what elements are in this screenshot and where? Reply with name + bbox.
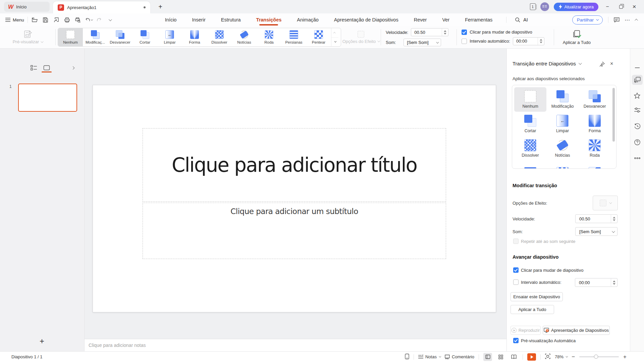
more-options-button[interactable]: ··· xyxy=(625,17,630,22)
account-avatar[interactable] xyxy=(540,2,549,11)
add-slide-button[interactable]: + xyxy=(37,337,47,346)
zoom-in-button[interactable]: + xyxy=(623,354,627,360)
save-button[interactable] xyxy=(41,15,50,24)
panel-item-nenhum[interactable]: Nenhum xyxy=(514,87,546,112)
gallery-scroll-down[interactable] xyxy=(331,38,338,47)
export-button[interactable] xyxy=(52,15,61,24)
collapse-panel-button[interactable] xyxy=(632,63,643,73)
pin-panel-button[interactable] xyxy=(599,61,605,67)
help-button[interactable] xyxy=(632,137,643,147)
notes-button[interactable]: Notas xyxy=(418,354,440,359)
effect-options-select[interactable] xyxy=(593,196,618,210)
transition-panel-button[interactable] xyxy=(632,75,643,85)
toolbar-more-button[interactable] xyxy=(106,15,114,24)
panel-item-limpar[interactable]: Limpar xyxy=(546,112,579,136)
more-panels-button[interactable] xyxy=(632,153,643,163)
gallery-item-limpar[interactable]: Limpar xyxy=(157,28,182,46)
history-panel-button[interactable] xyxy=(632,121,643,131)
gallery-item-roda[interactable]: Roda xyxy=(257,28,281,46)
update-now-button[interactable]: Atualizar agora xyxy=(554,3,598,11)
new-tab-button[interactable]: + xyxy=(156,2,165,11)
tab-ferramentas[interactable]: Ferramentas xyxy=(457,13,500,26)
slide-thumbnail[interactable] xyxy=(18,84,77,112)
panel-item-cortar[interactable]: Cortar xyxy=(514,112,546,136)
slide-view-button[interactable] xyxy=(42,63,51,72)
panel-item-dissolver[interactable]: Dissolver xyxy=(514,136,546,161)
gallery-item-noticias[interactable]: Notícias xyxy=(232,28,257,46)
tab-animacao[interactable]: Animação xyxy=(289,13,326,26)
auto-interval-spinner[interactable] xyxy=(611,278,617,287)
outline-view-button[interactable] xyxy=(30,63,38,72)
reading-view-button[interactable] xyxy=(509,353,518,361)
panel-item-desvanecer[interactable]: Desvanecer xyxy=(579,87,611,112)
tab-apresentacao[interactable]: Apresentação de Diapositivos xyxy=(326,13,406,26)
panel-item-modificacao[interactable]: Modificação xyxy=(546,87,579,112)
close-panel-button[interactable]: × xyxy=(610,61,613,67)
comment-icon[interactable] xyxy=(614,17,620,22)
home-tab[interactable]: W Início xyxy=(4,2,50,12)
zoom-out-button[interactable]: − xyxy=(572,354,575,360)
click-advance-checkbox[interactable] xyxy=(462,30,467,35)
document-tab[interactable]: P Apresentação1 xyxy=(53,1,150,13)
tab-estrutura[interactable]: Estrutura xyxy=(213,13,249,26)
fit-slide-button[interactable] xyxy=(545,354,550,360)
panel-item-persianas-partial[interactable] xyxy=(514,161,546,169)
normal-view-button[interactable] xyxy=(483,353,492,361)
print-button[interactable] xyxy=(63,15,71,24)
speed-spinner[interactable] xyxy=(442,29,448,36)
undo-button[interactable] xyxy=(84,15,93,24)
tab-rever[interactable]: Rever xyxy=(406,13,435,26)
auto-interval-spinner[interactable] xyxy=(538,38,544,45)
gallery-item-cortar[interactable]: Cortar xyxy=(132,28,157,46)
auto-interval-checkbox[interactable] xyxy=(513,279,519,285)
zoom-slider-knob[interactable] xyxy=(594,355,598,359)
tab-transicoes[interactable]: Transições xyxy=(249,13,289,26)
restore-button[interactable] xyxy=(616,2,625,11)
sound-select[interactable]: [Sem Som] xyxy=(575,227,618,236)
auto-preview-checkbox[interactable] xyxy=(513,338,519,343)
zoom-level-control[interactable]: 78% xyxy=(555,354,567,359)
redo-button[interactable] xyxy=(95,15,104,24)
gallery-scroll-up[interactable] xyxy=(331,28,338,38)
gallery-item-dissolver[interactable]: Dissolver xyxy=(207,28,232,46)
slideshow-button[interactable]: Apresentação de Diapositivos xyxy=(543,326,610,335)
collapse-ribbon-button[interactable] xyxy=(635,18,638,22)
slide-canvas[interactable]: Clique para adicionar título Clique para… xyxy=(93,85,496,312)
gallery-scrollbar[interactable] xyxy=(612,88,615,142)
apply-to-all-button[interactable]: Aplicar a Tudo xyxy=(511,305,554,314)
notes-bar[interactable]: Clique para adicionar notas xyxy=(85,339,506,351)
effect-options-button[interactable]: Opções do Efeito xyxy=(341,31,381,44)
panel-item-forma[interactable]: Forma xyxy=(579,112,611,136)
ai-search[interactable]: AI xyxy=(515,17,528,22)
speed-input[interactable]: 00.50 xyxy=(411,28,448,36)
menu-button[interactable]: Menu xyxy=(0,17,28,22)
slideshow-play-button[interactable] xyxy=(527,353,536,361)
minimize-button[interactable]: − xyxy=(603,2,612,11)
title-placeholder[interactable]: Clique para adicionar título xyxy=(143,128,446,202)
preview-button[interactable]: Pré-visualizar xyxy=(0,30,55,44)
effects-panel-button[interactable] xyxy=(632,91,643,101)
print-preview-button[interactable] xyxy=(73,15,82,24)
auto-interval-input[interactable]: 00:00 xyxy=(575,278,618,287)
panel-item-empurrar-partial[interactable] xyxy=(579,161,611,169)
gallery-item-pentear[interactable]: Pentear xyxy=(306,28,331,46)
gallery-item-nenhum[interactable]: Nenhum xyxy=(58,28,83,46)
panel-item-roda[interactable]: Roda xyxy=(579,136,611,161)
auto-interval-input[interactable]: 00:00 xyxy=(513,37,544,45)
speed-input[interactable]: 00.50 xyxy=(575,214,618,223)
gallery-item-forma[interactable]: Forma xyxy=(182,28,207,46)
auto-interval-checkbox[interactable] xyxy=(462,39,467,44)
sound-select[interactable]: [Sem Som] xyxy=(404,39,441,46)
subtitle-placeholder[interactable]: Clique para adicionar um subtítulo xyxy=(143,203,446,259)
open-folder-button[interactable] xyxy=(31,15,39,24)
task-panel-title[interactable]: Transição entre Diapositivos xyxy=(513,61,581,66)
slide-sorter-view-button[interactable] xyxy=(496,353,505,361)
zoom-slider[interactable] xyxy=(579,356,619,357)
speed-spinner[interactable] xyxy=(611,215,617,223)
tab-inicio[interactable]: Início xyxy=(157,13,184,26)
document-count-badge[interactable]: 1 xyxy=(530,3,536,10)
repeat-sound-checkbox[interactable] xyxy=(513,239,519,244)
gallery-item-persianas[interactable]: Persianas xyxy=(281,28,306,46)
tab-inserir[interactable]: Inserir xyxy=(184,13,213,26)
rehearse-slide-button[interactable]: Ensaiar este Diapositivo xyxy=(511,292,563,301)
